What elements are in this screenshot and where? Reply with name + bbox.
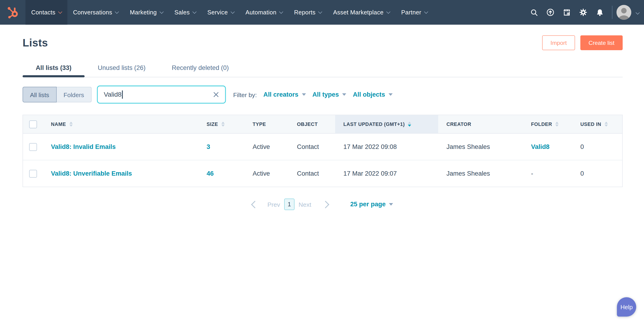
per-page-dropdown[interactable]: 25 per page (350, 201, 393, 208)
list-object: Contact (289, 143, 335, 151)
marketplace-icon (563, 8, 571, 16)
next-page-button[interactable]: Next (299, 201, 312, 208)
page-first-chevron-left-icon[interactable] (251, 200, 259, 208)
column-header-used-in[interactable]: USED IN (572, 115, 622, 133)
page-header: Lists Import Create list (22, 35, 623, 50)
settings-button[interactable] (575, 0, 592, 25)
list-name-link[interactable]: Valid8: Unverifiable Emails (51, 170, 132, 177)
list-used-in: 0 (572, 170, 622, 177)
creators-filter-dropdown[interactable]: All creators (264, 91, 306, 98)
nav-item-service[interactable]: Service (202, 0, 240, 25)
toggle-all-lists[interactable]: All lists (22, 87, 56, 102)
nav-item-asset-marketplace[interactable]: Asset Marketplace (328, 0, 396, 25)
import-button[interactable]: Import (542, 35, 575, 50)
sort-icons (408, 122, 411, 127)
search-input-value: Valid8 (104, 91, 122, 98)
sort-icons (69, 122, 72, 127)
column-header-size[interactable]: SIZE (198, 115, 244, 133)
view-toggle: All lists Folders (22, 87, 92, 102)
dropdown-label: All types (312, 91, 339, 98)
nav-item-label: Automation (246, 9, 276, 16)
account-chevron-down-icon[interactable] (636, 10, 640, 15)
sort-icons (604, 122, 608, 127)
nav-item-label: Asset Marketplace (333, 9, 384, 16)
types-filter-dropdown[interactable]: All types (312, 91, 346, 98)
current-page-indicator[interactable]: 1 (284, 199, 294, 210)
prev-page-button[interactable]: Prev (267, 201, 280, 208)
help-button[interactable]: Help (617, 297, 636, 317)
row-select-cell (23, 134, 43, 160)
tab-unused-lists[interactable]: Unused lists (26) (85, 58, 159, 77)
search-button[interactable] (526, 0, 542, 25)
chevron-down-icon (424, 10, 428, 14)
notifications-button[interactable] (592, 0, 608, 25)
marketplace-button[interactable] (558, 0, 575, 25)
list-last-updated: 17 Mar 2022 09:07 (335, 170, 438, 177)
top-navigation: Contacts Conversations Marketing Sales S… (0, 0, 644, 25)
nav-item-label: Reports (294, 9, 316, 16)
row-checkbox[interactable] (29, 170, 37, 177)
table-row: Valid8: Invalid Emails 3 Active Contact … (23, 134, 622, 160)
sort-desc-icon (222, 125, 225, 127)
list-size-link[interactable]: 46 (206, 170, 214, 177)
column-label: LAST UPDATED (GMT+1) (344, 121, 405, 127)
table-row: Valid8: Unverifiable Emails 46 Active Co… (23, 160, 622, 187)
sort-asc-icon (408, 122, 411, 124)
chevron-down-icon (318, 10, 322, 14)
column-header-last-updated[interactable]: LAST UPDATED (GMT+1) (335, 115, 438, 133)
avatar[interactable] (616, 5, 631, 20)
upload-button[interactable] (542, 0, 558, 25)
sort-icons (555, 122, 558, 127)
nav-item-partner[interactable]: Partner (396, 0, 433, 25)
page-last-chevron-right-icon[interactable] (322, 200, 329, 208)
list-object: Contact (289, 170, 335, 177)
column-label: TYPE (252, 121, 266, 127)
list-type: Active (244, 143, 289, 151)
page-title: Lists (22, 37, 48, 49)
column-header-object: OBJECT (289, 115, 335, 133)
table-header-row: NAME SIZE TYPE OBJECT LAST UPDATED (GMT+… (23, 115, 622, 134)
row-checkbox[interactable] (29, 143, 37, 151)
hubspot-logo[interactable] (0, 0, 26, 25)
pagination: Prev 1 Next 25 per page (22, 199, 623, 210)
list-name-link[interactable]: Valid8: Invalid Emails (51, 143, 116, 150)
list-size-link[interactable]: 3 (206, 143, 210, 150)
tab-recently-deleted[interactable]: Recently deleted (0) (159, 58, 242, 77)
column-header-creator: CREATOR (438, 115, 523, 133)
upload-circle-icon (546, 8, 554, 16)
sort-icons (222, 122, 225, 127)
close-icon (213, 92, 219, 98)
notifications-bell-icon (596, 8, 604, 16)
text-cursor (122, 90, 123, 99)
chevron-down-icon (58, 10, 62, 14)
app-window: Contacts Conversations Marketing Sales S… (0, 0, 644, 325)
dropdown-label: All objects (353, 91, 385, 98)
nav-item-contacts[interactable]: Contacts (26, 0, 67, 25)
clear-search-button[interactable] (213, 92, 219, 98)
select-all-checkbox[interactable] (29, 120, 37, 128)
hubspot-sprocket-icon (6, 6, 19, 19)
column-label: NAME (51, 121, 66, 127)
tab-all-lists[interactable]: All lists (33) (22, 58, 84, 77)
toggle-folders[interactable]: Folders (57, 87, 92, 102)
nav-item-conversations[interactable]: Conversations (67, 0, 124, 25)
nav-divider (612, 6, 612, 19)
create-list-button[interactable]: Create list (580, 35, 623, 50)
column-header-name[interactable]: NAME (43, 115, 198, 133)
objects-filter-dropdown[interactable]: All objects (353, 91, 392, 98)
nav-item-reports[interactable]: Reports (288, 0, 327, 25)
nav-item-marketing[interactable]: Marketing (124, 0, 169, 25)
search-input[interactable]: Valid8 (97, 86, 226, 104)
sort-asc-icon (222, 122, 225, 124)
list-folder-value: - (523, 170, 572, 177)
list-used-in: 0 (572, 143, 622, 151)
row-select-cell (23, 160, 43, 187)
lists-table: NAME SIZE TYPE OBJECT LAST UPDATED (GMT+… (22, 115, 623, 187)
list-folder-link[interactable]: Valid8 (531, 143, 549, 150)
nav-item-label: Service (208, 9, 228, 16)
column-header-folder[interactable]: FOLDER (523, 115, 572, 133)
nav-item-sales[interactable]: Sales (169, 0, 202, 25)
chevron-down-icon (386, 10, 390, 14)
nav-item-automation[interactable]: Automation (240, 0, 288, 25)
sort-desc-icon (69, 125, 72, 127)
